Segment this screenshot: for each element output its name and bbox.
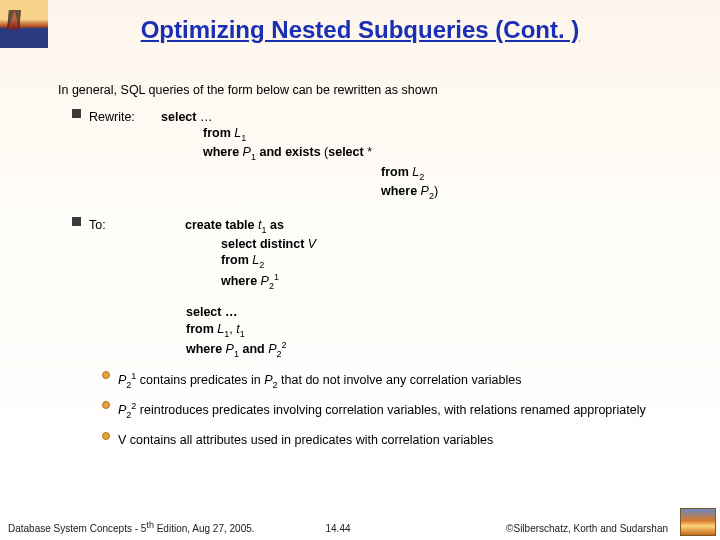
footer-left: Database System Concepts - 5th Edition, …: [8, 520, 317, 534]
dot-bullet-icon: [102, 371, 110, 379]
select-block: select … from L1, t1 where P1 and P22: [186, 304, 684, 360]
txt: …: [196, 110, 212, 124]
txt: Database System Concepts - 5: [8, 523, 146, 534]
var-P: P: [421, 184, 429, 198]
kw-from: from: [221, 253, 252, 267]
sub: 1: [240, 328, 245, 338]
kw-and: and: [239, 342, 268, 356]
var-P: P: [264, 373, 272, 387]
rewrite-code: select … from L1 where P1 and exists (se…: [161, 109, 438, 203]
kw-as: as: [266, 218, 283, 232]
to-label: To:: [89, 217, 185, 293]
square-bullet-icon: [72, 217, 81, 226]
note-item: P22 reintroduces predicates involving co…: [102, 401, 684, 422]
note-item: P21 contains predicates in P2 that do no…: [102, 371, 684, 392]
txt: contains predicates in: [136, 373, 264, 387]
txt: reintroduces predicates involving correl…: [136, 403, 645, 417]
kw-select: select: [328, 145, 367, 159]
txt: that do not involve any correlation vari…: [278, 373, 522, 387]
txt: V contains all attributes used in predic…: [118, 432, 684, 449]
paren: ): [434, 184, 438, 198]
kw-where: where: [381, 184, 421, 198]
var-P: P: [226, 342, 234, 356]
slide-title: Optimizing Nested Subqueries (Cont. ): [0, 0, 720, 44]
to-section: To: create table t1 as select distinct V…: [72, 217, 684, 293]
star: *: [367, 145, 372, 159]
rewrite-section: Rewrite: select … from L1 where P1 and e…: [72, 109, 684, 203]
sub: 2: [126, 410, 131, 420]
kw-where: where: [186, 342, 226, 356]
txt: Edition, Aug 27, 2005.: [154, 523, 255, 534]
footer-slide-number: 14.44: [317, 523, 358, 534]
kw-select: select …: [186, 305, 237, 319]
footer-copyright: ©Silberschatz, Korth and Sudarshan: [359, 523, 712, 534]
kw-from: from: [186, 322, 217, 336]
var-V: V: [308, 237, 316, 251]
sailboat-logo: [0, 0, 48, 48]
dot-bullet-icon: [102, 401, 110, 409]
sup: 1: [274, 272, 279, 282]
intro-text: In general, SQL queries of the form belo…: [58, 82, 684, 99]
sub: 2: [276, 349, 281, 359]
slide-footer: Database System Concepts - 5th Edition, …: [0, 520, 720, 534]
kw-from: from: [203, 126, 234, 140]
kw-where: where: [221, 274, 261, 288]
note-item: V contains all attributes used in predic…: [102, 432, 684, 449]
sub: 1: [241, 133, 246, 143]
square-bullet-icon: [72, 109, 81, 118]
kw-select: select: [161, 110, 196, 124]
slide-body: In general, SQL queries of the form belo…: [58, 82, 684, 448]
kw-and-exists: and exists: [256, 145, 324, 159]
sup: th: [146, 520, 154, 530]
to-code: create table t1 as select distinct V fro…: [185, 217, 316, 293]
notes-list: P21 contains predicates in P2 that do no…: [102, 371, 684, 449]
sub: 2: [419, 171, 424, 181]
sup: 2: [282, 340, 287, 350]
var-P: P: [243, 145, 251, 159]
dot-bullet-icon: [102, 432, 110, 440]
kw-where: where: [203, 145, 243, 159]
kw-create-table: create table: [185, 218, 258, 232]
sub: 2: [259, 260, 264, 270]
kw-select-distinct: select distinct: [221, 237, 308, 251]
kw-from: from: [381, 165, 412, 179]
sunset-logo: [680, 508, 716, 536]
var-P: P: [261, 274, 269, 288]
rewrite-label: Rewrite:: [89, 109, 161, 126]
